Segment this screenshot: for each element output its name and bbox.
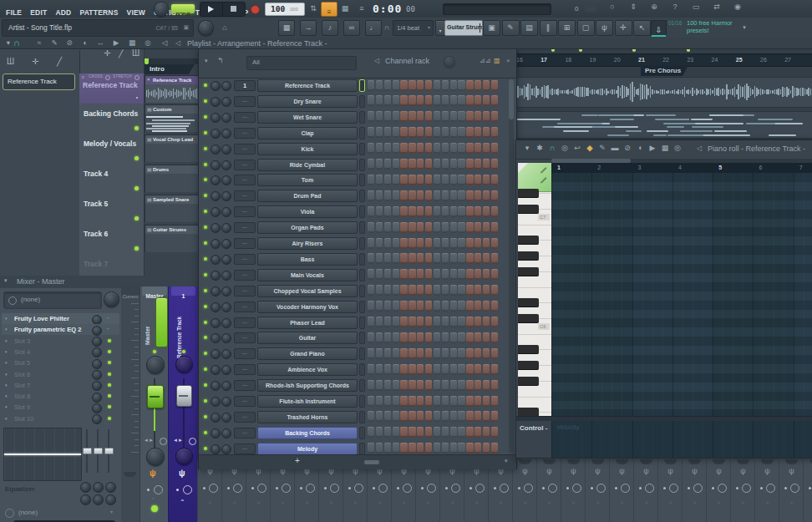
step-cell[interactable] [400,95,407,106]
strip-plug-icon[interactable]: ψ [537,467,561,475]
strip-chevron-icon[interactable]: ⌃ [440,501,464,509]
step-cell[interactable] [409,301,415,312]
playlist-track-header[interactable]: ≡CROSSSTRETCHReference Track [79,73,144,104]
step-cell[interactable] [376,285,383,296]
step-cell[interactable] [400,238,407,249]
step-cell[interactable] [434,238,440,249]
step-cell[interactable] [400,332,407,343]
step-cell[interactable] [442,443,449,454]
channel-pan-knob[interactable] [211,397,221,407]
step-cell[interactable] [450,143,457,154]
channel-pan-knob[interactable] [211,239,221,249]
step-cell[interactable] [450,443,457,454]
step-cell[interactable] [475,269,481,280]
step-cell[interactable] [491,380,498,391]
step-cell[interactable] [417,364,424,375]
step-cell[interactable] [425,143,432,154]
strip-plug-icon[interactable]: ψ [707,467,731,475]
download-button[interactable]: ⇩ [651,20,667,37]
step-cell[interactable] [483,159,490,170]
chevron-down-icon[interactable]: ▾ [505,458,508,464]
step-cell[interactable] [466,443,473,454]
step-cell[interactable] [376,301,383,312]
step-cell[interactable] [368,175,374,185]
channel-pan-knob[interactable] [211,302,221,312]
step-cell[interactable] [376,253,383,264]
step-cell[interactable] [425,127,432,138]
channel-button[interactable]: Chopped Vocal Samples [257,285,358,297]
strip-chevron-icon[interactable]: ⌃ [464,501,489,509]
channel-volume-knob[interactable] [221,255,231,265]
step-cell[interactable] [384,285,391,296]
step-cell[interactable] [368,427,374,438]
mixer-insert-strip[interactable]: ψ⌃ [730,459,755,522]
step-cell[interactable] [458,159,464,170]
step-cell[interactable] [384,380,391,391]
step-cell[interactable] [393,348,399,359]
strip-plug-icon[interactable]: ψ [683,467,707,475]
step-cell[interactable] [466,411,473,422]
step-cell[interactable] [425,269,432,280]
step-cell[interactable] [434,127,440,138]
piano-roll-timeline[interactable]: 1234567 [551,163,812,173]
step-cell[interactable] [458,143,464,154]
strip-clock-icon[interactable] [500,484,509,493]
strip-chevron-icon[interactable]: ⌃ [222,501,246,509]
step-cell[interactable] [442,95,449,106]
track-mute-led[interactable] [134,156,139,160]
step-cell[interactable] [483,443,490,454]
step-cell[interactable] [368,111,374,122]
chat-icon[interactable]: ◉ [732,3,743,11]
step-cell[interactable] [368,269,374,280]
snap-magnet-icon[interactable]: ∩ [546,144,558,152]
step-cell[interactable] [458,285,464,296]
step-cell[interactable] [368,159,374,170]
channel-display[interactable]: — [234,317,256,328]
channel-target-indicator[interactable] [359,317,365,329]
mixer-insert-strip[interactable]: ψ⌃ [657,459,683,522]
step-cell[interactable] [368,396,374,407]
touch-icon-button[interactable]: ✛ [615,20,632,36]
channel-volume-knob[interactable] [221,349,231,359]
step-cell[interactable] [393,411,399,422]
step-cell[interactable] [409,159,415,170]
strip-plug-icon[interactable]: ψ [804,467,812,475]
channel-display[interactable]: — [234,302,256,312]
stamp-icon[interactable]: ◆ [584,144,596,152]
select-icon[interactable]: ▦ [659,144,671,152]
playhead-marker[interactable] [145,58,149,64]
step-cell[interactable] [417,317,424,327]
step-cell[interactable] [409,396,415,407]
strip-chevron-icon[interactable]: ⌃ [295,501,319,509]
step-cell[interactable] [376,206,383,217]
step-cell[interactable] [409,364,415,375]
step-cell[interactable] [368,222,374,233]
step-cell[interactable] [434,222,440,233]
step-cell[interactable] [434,206,440,217]
channel-target-indicator[interactable] [359,95,365,108]
step-cell[interactable] [425,190,432,201]
step-cell[interactable] [425,427,432,438]
step-cell[interactable] [368,411,374,422]
strip-clock-icon[interactable] [693,484,703,493]
step-cell[interactable] [466,206,473,217]
strip-chevron-icon[interactable]: ⌃ [804,501,812,509]
step-cell[interactable] [483,411,490,422]
step-cell[interactable] [425,175,432,185]
channel-pan-knob[interactable] [211,160,221,170]
step-cell[interactable] [483,206,490,217]
control-label[interactable]: Control - [520,424,547,432]
step-cell[interactable] [442,111,449,122]
channel-enable-led[interactable] [204,147,207,150]
strip-chevron-icon[interactable]: ⌃ [779,501,804,509]
step-cell[interactable] [409,143,415,154]
step-cell[interactable] [376,332,383,343]
step-cell[interactable] [475,111,481,122]
step-cell[interactable] [384,190,391,201]
channel-enable-led[interactable] [204,383,207,387]
step-cell[interactable] [442,206,449,217]
black-key[interactable] [518,267,539,276]
channel-button[interactable]: Guitar [257,332,358,344]
channel-volume-knob[interactable] [221,286,231,296]
step-cell[interactable] [417,443,424,454]
